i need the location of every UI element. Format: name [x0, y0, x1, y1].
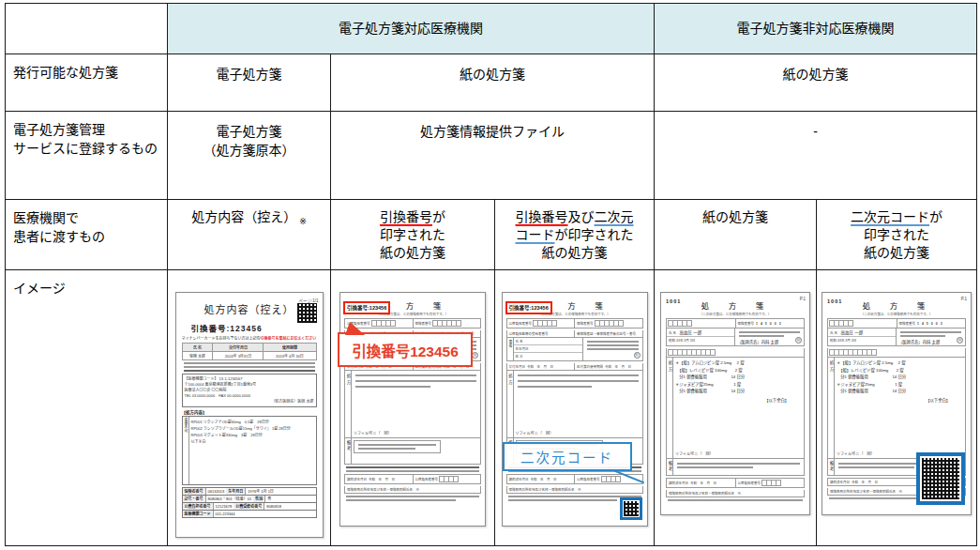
- doc-paper-rx-filled: 1001 P.1 処 方 箋 （この処方箋は、どの保険薬局でも有効です。） 保険…: [660, 292, 810, 515]
- doctor-signature-box: [354, 440, 441, 453]
- row-images: イメージ ページ:1/1 処方内容（控え） 引換番号:123456 マイナンバー…: [6, 270, 977, 546]
- row-label-registered: 電子処方箋管理 サービスに登録するもの: [6, 112, 168, 200]
- text: 紙の処方箋: [542, 245, 608, 260]
- rx-title: 処 方 箋: [666, 299, 805, 311]
- doc-paper-rx-with-number: 引換番号:123456 処 方 箋 （この処方箋は、どの保険薬局でも有効です。）…: [339, 292, 486, 527]
- placeholder-bar: [184, 362, 315, 364]
- cell-given-number-qr-rx: 引換番号及び二次元 コードが印字された 紙の処方箋: [495, 200, 655, 270]
- prescription-area: 処方 リフィル可 □ （ 回）: [506, 371, 643, 438]
- yohaku-note: 【以下余白】: [675, 397, 802, 403]
- refill-checkbox-label: リフィル可 □ （ 回）: [354, 430, 478, 435]
- dispensed-date-row: 調剤済年月日令和 年 月 日 公費負担者番号: [506, 474, 643, 484]
- clinic-block: （医師氏名）内科 太郎 ㊞: [897, 328, 965, 345]
- patient-block: 氏 名 高血圧 一郎 昭和 43年 3月 3日 （医師氏名）内科 太郎 ㊞: [666, 328, 805, 346]
- doc-paper-rx-with-number-and-qr: 引換番号:123456 処 方 箋 （この処方箋は、どの保険薬局でも有効です。）…: [502, 292, 648, 527]
- hikikae-callout: 引換番号123456: [338, 332, 473, 367]
- rx-title: 処 方 箋: [827, 299, 966, 311]
- prescription-area: 処方 ＊【般】アムロジピン錠 2.5mg 2 錠 【般】レバミピド錠 100mg…: [666, 358, 805, 459]
- copy-footer-fields: 保険者番号06132013生年月日1976年 1月 1日 記号・番号808080…: [182, 487, 317, 518]
- cell-registered-file: 処方箋情報提供ファイル: [331, 112, 655, 200]
- placeholder-bar: [518, 380, 639, 382]
- text: 印字された: [380, 227, 445, 242]
- doctor-name: （医師氏名）内科 太郎: [737, 339, 802, 344]
- cell-issuable-electronic: 電子処方箋: [168, 54, 331, 112]
- shohou-vertical-label: 処方: [667, 358, 673, 458]
- patient-vertical-label: 患者: [507, 338, 514, 360]
- issue-date-row: 交付年月日令和 年 月 日 処方箋の使用期間令和 年 月 日: [506, 363, 643, 371]
- patient-block: 氏 名 高血圧 一郎 昭和 43年 3月 3日 （医師氏名）内科 太郎 ㊞: [827, 328, 966, 346]
- hikikae-number-highlight: 引換番号:123456: [343, 301, 390, 314]
- qr-code-icon: [297, 303, 317, 323]
- text: 印字された: [864, 227, 929, 242]
- refill-checkbox-label: リフィル可 □ （ 回）: [675, 451, 802, 456]
- clinic-info-box: 【医療機関コード】 13-1-1234567 〒100-0004 東京都港区新橋…: [182, 374, 317, 407]
- row-label-given: 医療機関で 患者に渡すもの: [6, 200, 168, 270]
- hikikae-number: 引換番号:123456: [191, 322, 317, 333]
- clinic-block: ㊞: [583, 338, 641, 360]
- stamp-icon: ㊞: [795, 337, 802, 344]
- nijigen-underlined: 二次元: [595, 209, 634, 224]
- placeholder-bar: [355, 386, 430, 388]
- insurer-number-row: 保険者番号1 4 5 0 0 3: [827, 318, 966, 328]
- row-issuable: 発行可能な処方箋 電子処方箋 紙の処方箋 紙の処方箋: [6, 54, 977, 112]
- placeholder-bar: [184, 366, 315, 368]
- rx-subtitle: （この処方箋は、どの保険薬局でも有効です。）: [827, 312, 966, 316]
- given-copy-asterisk: ※: [299, 217, 307, 226]
- doc-paper-rx-filled-with-qr: 1001 P.1 処 方 箋 （この処方箋は、どの保険薬局でも有効です。） 保険…: [822, 292, 972, 515]
- placeholder-bar: [838, 466, 914, 468]
- image-cell-paper-rx: 1001 P.1 処 方 箋 （この処方箋は、どの保険薬局でも有効です。） 保険…: [655, 270, 817, 546]
- shohou-vertical-label: 処方: [507, 371, 514, 437]
- dispensed-date-row: 調剤済年月日令和 年 月 日 公費負担者番号: [344, 474, 481, 484]
- placeholder-bar: [346, 499, 456, 501]
- yohaku-note: 【以下余白】: [837, 397, 963, 403]
- medication-list: ＊【般】アムロジピン錠 2.5mg 2 錠 【般】レバミピド錠 100mg 2 …: [837, 359, 963, 395]
- cell-registered-none: -: [655, 112, 977, 200]
- hikikae-number-highlight: 引換番号:123456: [505, 301, 552, 314]
- image-cell-number-rx: 引換番号:123456 処 方 箋 （この処方箋は、どの保険薬局でも有効です。）…: [331, 270, 495, 546]
- placeholder-bar: [346, 466, 479, 468]
- placeholder-bar: [184, 370, 315, 372]
- nijigen-underlined: コード: [516, 227, 555, 242]
- bikou-vertical-label: 備考: [667, 459, 673, 475]
- given-copy-text: 処方内容（控え）: [191, 209, 296, 224]
- image-cell-number-qr-rx: 引換番号:123456 処 方 箋 （この処方箋は、どの保険薬局でも有効です。）…: [495, 270, 655, 546]
- hikikae-underlined: 引換番号: [380, 209, 432, 224]
- page-indicator: P.1: [961, 297, 967, 301]
- pharmacy-row: 保険薬局の所在地及び名称・保険薬剤師氏名 ㊞: [344, 486, 481, 494]
- text: が印字された: [555, 227, 634, 242]
- hikikae-underlined: 引換番号: [516, 209, 568, 224]
- row-given-to-patient: 医療機関で 患者に渡すもの 処方内容（控え）※ 引換番号が 印字された 紙の処方…: [6, 200, 977, 270]
- dispensed-date-row: 調剤済年月日令和 年 月 日 公費負担者番号: [666, 478, 805, 488]
- header-incompatible: 電子処方箋非対応医療機関: [655, 4, 977, 54]
- row-label-issuable: 発行可能な処方箋: [6, 54, 168, 112]
- qr-code-highlight-frame: [620, 497, 642, 520]
- text: 及び: [568, 209, 595, 224]
- code-boxes-row: [666, 348, 805, 358]
- shohou-vertical-label: 処方: [345, 371, 352, 437]
- placeholder-bar: [900, 331, 961, 333]
- refill-checkbox-label: リフィル可 □ （ 回）: [516, 430, 641, 435]
- bikou-vertical-label: 備考: [345, 438, 352, 464]
- placeholder-bar: [518, 386, 593, 388]
- copy-patient-table: 氏 名交付年月日使用期間 保険 太郎2024年 3月31日2024年 4月 30…: [182, 343, 317, 360]
- remarks-area: 備考: [666, 459, 805, 476]
- stamp-icon: ㊞: [634, 352, 641, 359]
- medication-list: ＊【般】アムロジピン錠 2.5mg 2 錠 【般】レバミピド錠 100mg 2 …: [675, 359, 802, 395]
- qr-code-icon: [922, 458, 959, 499]
- text: 紙の処方箋: [864, 245, 929, 260]
- placeholder-bar: [677, 463, 800, 465]
- corner-cell: [6, 4, 168, 54]
- text: が: [929, 209, 942, 224]
- image-cell-qr-rx: 1001 P.1 処 方 箋 （この処方箋は、どの保険薬局でも有効です。） 保険…: [817, 270, 977, 546]
- clinic-block: （医師氏名）内科 太郎 ㊞: [735, 328, 804, 345]
- comparison-table: 電子処方箋対応医療機関 電子処方箋非対応医療機関 発行可能な処方箋 電子処方箋 …: [5, 3, 977, 546]
- remarks-area: 備考: [344, 438, 481, 465]
- pharmacy-row: 保険薬局の所在地及び名称・保険薬剤師氏名 ㊞: [666, 490, 805, 497]
- henkoufuka-label: 変更不可: [183, 417, 189, 484]
- qr-code-highlight-frame: [916, 452, 965, 505]
- code-boxes-row: [827, 348, 966, 358]
- placeholder-bar: [739, 335, 784, 337]
- pharmacy-row: 保険薬局の所在地及び名称・保険薬剤師氏名 ㊞: [506, 486, 643, 494]
- placeholder-bar: [587, 344, 638, 346]
- cell-issuable-paper-compatible: 紙の処方箋: [331, 54, 655, 112]
